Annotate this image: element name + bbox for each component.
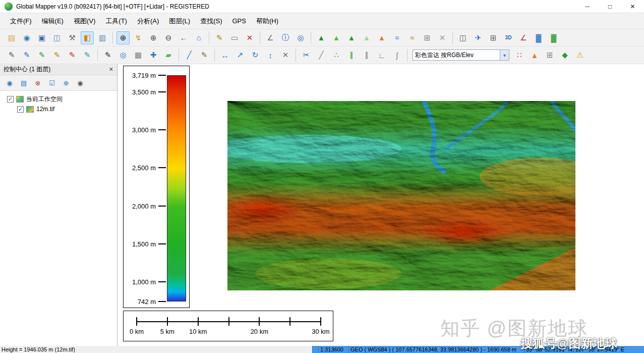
move-feature-icon[interactable]: ↔ <box>218 48 231 62</box>
offset-line-icon[interactable]: ∥ <box>360 48 373 62</box>
flight-view-icon[interactable]: ✈ <box>472 31 485 44</box>
trace-append-icon[interactable]: ✎ <box>198 48 211 62</box>
watershed-icon[interactable]: ≈ <box>390 31 403 44</box>
edit-feature-icon[interactable]: ✎ <box>101 48 114 62</box>
save-workspace-icon[interactable]: ▣ <box>35 31 48 44</box>
feature-info-icon[interactable]: ⓘ <box>279 31 292 44</box>
digitizer-tool-icon[interactable]: ✎ <box>213 31 226 44</box>
tree-item-layer[interactable]: 12m.tif <box>0 104 117 114</box>
app-logo-icon <box>5 3 13 11</box>
menu-file[interactable]: 文件(F) <box>5 14 37 29</box>
zoom-to-layer-icon[interactable]: ⊕ <box>60 77 72 89</box>
create-text-icon[interactable]: ✎ <box>81 48 94 62</box>
menu-gps[interactable]: GPS <box>227 14 251 28</box>
lidar-grid-icon[interactable]: ⊞ <box>543 48 556 62</box>
terrain-shader-icon[interactable]: ▲ <box>330 31 343 44</box>
legend-tick-label: 3,500 m <box>132 88 156 95</box>
full-extent-icon[interactable]: ⌂ <box>192 31 205 44</box>
scalebar-label: 10 km <box>189 328 207 335</box>
minimize-button[interactable]: ─ <box>576 0 599 13</box>
terrain-paint-icon[interactable]: ≈ <box>405 31 419 44</box>
vertex-points-icon[interactable]: ∴ <box>330 48 343 62</box>
lidar-terrain-icon[interactable]: ▲ <box>528 48 541 62</box>
lidar-warning-icon[interactable]: ⚠ <box>573 48 587 62</box>
panel-close-button[interactable]: ✕ <box>109 66 113 73</box>
open-online-data-icon[interactable]: ◉ <box>20 31 33 44</box>
previous-view-icon[interactable]: ← <box>177 31 190 44</box>
dock-window-icon[interactable]: ⊞ <box>487 31 500 44</box>
dropdown-arrow-icon[interactable]: ▾ <box>500 50 509 60</box>
scalebar-tick <box>320 317 321 326</box>
view-3d-icon[interactable]: 3D <box>502 31 515 44</box>
open-file-icon[interactable]: ▤ <box>5 31 18 44</box>
menu-analysis[interactable]: 分析(A) <box>132 14 164 29</box>
layer-checklist-icon[interactable]: ☑ <box>46 77 58 89</box>
attribute-table-icon[interactable]: ▦ <box>132 48 145 62</box>
select-features-icon[interactable]: ▭ <box>228 31 241 44</box>
overlay-manager-icon[interactable]: ▥ <box>96 31 109 44</box>
clear-analysis-icon[interactable]: ✕ <box>436 31 449 44</box>
spatial-search-icon[interactable]: ◎ <box>294 31 307 44</box>
layer-checkbox[interactable] <box>17 106 24 113</box>
elevation-legend-icon[interactable]: ▲ <box>315 31 328 44</box>
workspace-label: 当前工作空间 <box>26 95 63 104</box>
create-range-ring-icon[interactable]: ✎ <box>50 48 64 62</box>
measure-tool-icon[interactable]: ∠ <box>264 31 277 44</box>
maximize-button[interactable]: □ <box>599 0 621 13</box>
rotate-feature-icon[interactable]: ↻ <box>249 48 262 62</box>
panel-toolbar-icons: ◉▤⊗☑⊕◉ <box>0 75 117 90</box>
move-vertex-icon[interactable]: ✚ <box>147 48 160 62</box>
split-line-icon[interactable]: ✂ <box>300 48 313 62</box>
legend-tick <box>158 75 166 76</box>
workspace-checkbox[interactable] <box>7 96 14 103</box>
lidar-classify-icon[interactable]: ◆ <box>558 48 571 62</box>
snap-compass-icon[interactable]: ◎ <box>116 48 130 62</box>
close-layer-icon[interactable]: ⊗ <box>32 77 44 89</box>
eraser-icon[interactable]: ▰ <box>162 48 175 62</box>
menu-edit[interactable]: 编辑(E) <box>37 14 69 29</box>
zoom-out-icon[interactable]: ⊖ <box>162 31 175 44</box>
zoom-window-icon[interactable]: ↯ <box>132 31 145 44</box>
toolbar-separator <box>97 49 98 61</box>
attach-note-icon[interactable]: ∫ <box>390 48 403 62</box>
tools-icon[interactable]: ⚒ <box>66 31 79 44</box>
menu-search[interactable]: 查找(S) <box>195 14 227 29</box>
close-button[interactable]: ✕ <box>621 0 644 13</box>
zoom-in-icon[interactable]: ⊕ <box>147 31 160 44</box>
generate-contours-icon[interactable]: ▲ <box>345 31 358 44</box>
zoom-tool-icon[interactable]: ⊕ <box>116 31 130 44</box>
menu-view[interactable]: 视图(V) <box>69 14 100 29</box>
lidar-color-points-icon[interactable]: ∷ <box>513 48 526 62</box>
shift-feature-icon[interactable]: ↕ <box>264 48 277 62</box>
path-profile-icon[interactable]: ∠ <box>517 31 530 44</box>
lidar-display-dropdown[interactable]: 彩色雷达 按RGB/Elev ▾ <box>413 49 509 61</box>
map-view-icon[interactable]: ◫ <box>50 31 64 44</box>
tree-item-workspace[interactable]: 当前工作空间 <box>0 94 117 104</box>
menu-layer[interactable]: 图层(L) <box>164 14 195 29</box>
right-angle-icon[interactable]: ∟ <box>375 48 388 62</box>
layer-tree: 当前工作空间 12m.tif <box>0 90 117 346</box>
snap-vertex-icon[interactable]: ╱ <box>183 48 196 62</box>
trim-line-icon[interactable]: ╱ <box>315 48 328 62</box>
dual-view-icon[interactable]: ◫ <box>456 31 470 44</box>
create-line-icon[interactable]: ✎ <box>20 48 33 62</box>
layer-visibility-icon[interactable]: ◉ <box>74 77 86 89</box>
lidar-module-icon[interactable]: ▓ <box>532 31 545 44</box>
layer-metadata-icon[interactable]: ◉ <box>4 77 16 89</box>
create-point-icon[interactable]: ✎ <box>5 48 18 62</box>
control-center-icon[interactable]: ◧ <box>81 31 94 44</box>
menu-help[interactable]: 帮助(H) <box>251 14 283 29</box>
menu-tools[interactable]: 工具(T) <box>100 14 132 29</box>
map-canvas[interactable]: 3,719 m3,500 m3,000 m2,500 m2,000 m1,500… <box>118 64 644 346</box>
elevation-grid-icon[interactable]: ▲ <box>360 31 373 44</box>
resize-feature-icon[interactable]: ↗ <box>233 48 247 62</box>
view-shed-icon[interactable]: ▲ <box>375 31 388 44</box>
lidar-qc-icon[interactable]: ▓ <box>547 31 560 44</box>
create-rectangle-icon[interactable]: ✎ <box>66 48 79 62</box>
delete-features-icon[interactable]: ✕ <box>243 31 256 44</box>
layer-options-icon[interactable]: ▤ <box>18 77 30 89</box>
combine-terrain-icon[interactable]: ⊞ <box>421 31 434 44</box>
parallel-lines-icon[interactable]: ∥ <box>345 48 358 62</box>
remove-vertex-icon[interactable]: ✕ <box>279 48 292 62</box>
create-area-icon[interactable]: ✎ <box>35 48 48 62</box>
